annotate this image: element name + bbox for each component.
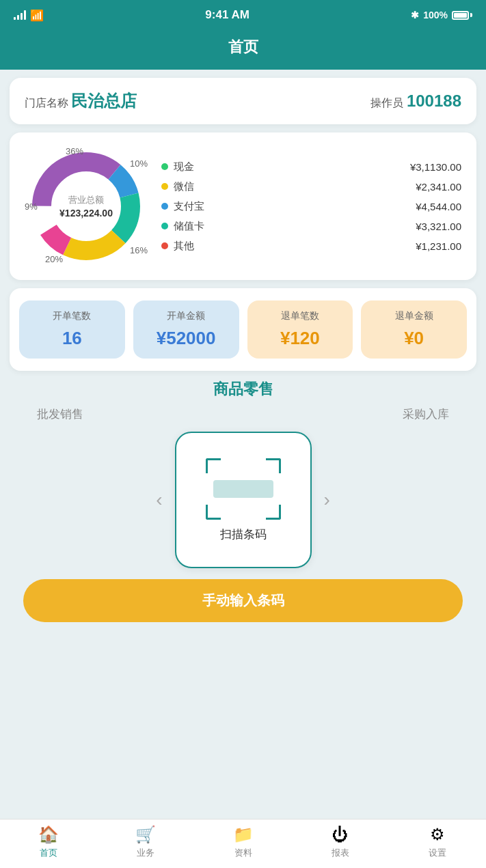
legend-value: ¥4,544.00 — [386, 201, 461, 212]
signal-icon — [14, 10, 26, 20]
legend-name: 现金 — [174, 160, 381, 173]
legend-name: 其他 — [174, 240, 381, 253]
pct-10: 10% — [130, 158, 148, 169]
pct-36: 36% — [66, 146, 83, 156]
store-card: 门店名称 民治总店 操作员 100188 — [10, 78, 476, 124]
operator-value: 100188 — [407, 92, 461, 110]
scanner-label: 扫描条码 — [220, 527, 267, 542]
stat-value: ¥0 — [404, 328, 424, 349]
stat-box: 退单笔数 ¥120 — [247, 300, 353, 359]
legend-dot — [161, 203, 168, 210]
legend-dot — [161, 223, 168, 229]
scanner-box[interactable]: 扫描条码 — [175, 432, 312, 568]
legend-dot — [161, 242, 168, 249]
main-content: 门店名称 民治总店 操作员 100188 — [0, 70, 486, 819]
nav-item-资料[interactable]: 📁 资料 — [194, 825, 291, 861]
legend-item: 支付宝 ¥4,544.00 — [161, 200, 461, 213]
product-section: 商品零售 批发销售 采购入库 ‹ 扫描条码 › 手动输入条码 — [10, 379, 476, 633]
nav-item-首页[interactable]: 🏠 首页 — [0, 825, 97, 861]
stat-label: 退单笔数 — [281, 310, 319, 322]
tab-purchase[interactable]: 采购入库 — [403, 406, 449, 422]
pct-9: 9% — [25, 201, 38, 212]
legend-value: ¥3,1130.00 — [386, 161, 461, 173]
tab-wholesale[interactable]: 批发销售 — [37, 406, 83, 422]
product-tabs: 批发销售 采购入库 — [10, 406, 476, 422]
manual-btn-wrap: 手动输入条码 — [10, 579, 476, 622]
corner-tl — [206, 458, 221, 473]
scanner-icon — [206, 458, 281, 520]
stat-box: 开单笔数 16 — [19, 300, 125, 359]
nav-icon-报表: ⏻ — [332, 825, 349, 844]
sales-card: 营业总额 ¥123,224.00 36% 10% 16% 20% 9% 现金 ¥… — [10, 132, 476, 280]
carousel-left-arrow[interactable]: ‹ — [150, 484, 167, 516]
status-right: ✱ 100% — [411, 10, 472, 20]
legend-value: ¥1,231.00 — [386, 240, 461, 252]
donut-center-value: ¥123,224.00 — [59, 208, 113, 219]
store-label: 门店名称 — [25, 97, 68, 109]
page-header: 首页 — [0, 30, 486, 70]
nav-label-资料: 资料 — [234, 847, 252, 859]
wifi-icon: 📶 — [30, 9, 44, 22]
status-time: 9:41 AM — [205, 8, 249, 22]
legend: 现金 ¥3,1130.00 微信 ¥2,341.00 支付宝 ¥4,544.00… — [161, 160, 461, 253]
product-section-title: 商品零售 — [10, 379, 476, 400]
legend-value: ¥2,341.00 — [386, 181, 461, 193]
corner-tr — [266, 458, 281, 473]
nav-icon-设置: ⚙ — [430, 825, 445, 844]
scanner-carousel: ‹ 扫描条码 › — [10, 432, 476, 568]
stat-value: 16 — [62, 328, 82, 349]
status-bar: 📶 9:41 AM ✱ 100% — [0, 0, 486, 30]
scanner-beam — [213, 480, 273, 498]
stat-label: 开单金额 — [167, 310, 205, 322]
bottom-nav: 🏠 首页 🛒 业务 📁 资料 ⏻ 报表 ⚙ 设置 — [0, 819, 486, 868]
store-name: 民治总店 — [71, 92, 137, 110]
legend-name: 微信 — [174, 180, 381, 193]
nav-icon-资料: 📁 — [233, 825, 254, 844]
page-title: 首页 — [228, 38, 258, 55]
manual-input-button[interactable]: 手动输入条码 — [23, 579, 463, 622]
operator-info: 操作员 100188 — [370, 92, 461, 111]
legend-dot — [161, 163, 168, 170]
stat-box: 开单金额 ¥52000 — [133, 300, 239, 359]
nav-item-报表[interactable]: ⏻ 报表 — [292, 825, 389, 861]
legend-name: 储值卡 — [174, 220, 381, 233]
battery-icon — [452, 11, 472, 20]
nav-label-报表: 报表 — [332, 847, 349, 859]
stat-value: ¥52000 — [157, 328, 216, 349]
legend-item: 储值卡 ¥3,321.00 — [161, 220, 461, 233]
pct-16: 16% — [130, 245, 148, 255]
stats-card: 开单笔数 16 开单金额 ¥52000 退单笔数 ¥120 退单金额 ¥0 — [10, 288, 476, 371]
operator-label: 操作员 — [370, 97, 403, 109]
status-left: 📶 — [14, 9, 44, 22]
carousel-right-arrow[interactable]: › — [319, 484, 336, 516]
stat-label: 退单金额 — [395, 310, 433, 322]
donut-center-label: 营业总额 — [59, 194, 113, 206]
stat-label: 开单笔数 — [53, 310, 91, 322]
nav-item-业务[interactable]: 🛒 业务 — [97, 825, 194, 861]
corner-br — [266, 505, 281, 520]
stat-box: 退单金额 ¥0 — [361, 300, 467, 359]
store-info: 门店名称 民治总店 — [25, 90, 137, 112]
nav-label-设置: 设置 — [429, 847, 446, 859]
legend-value: ¥3,321.00 — [386, 221, 461, 232]
nav-item-设置[interactable]: ⚙ 设置 — [389, 825, 486, 861]
pct-20: 20% — [45, 254, 63, 264]
nav-icon-首页: 🏠 — [38, 825, 59, 844]
donut-center: 营业总额 ¥123,224.00 — [59, 194, 113, 219]
legend-name: 支付宝 — [174, 200, 381, 213]
nav-label-业务: 业务 — [137, 847, 154, 859]
stat-value: ¥120 — [280, 328, 320, 349]
legend-dot — [161, 183, 168, 190]
battery-percent: 100% — [423, 10, 448, 20]
nav-icon-业务: 🛒 — [135, 825, 156, 844]
corner-bl — [206, 505, 221, 520]
donut-chart: 营业总额 ¥123,224.00 36% 10% 16% 20% 9% — [25, 145, 148, 268]
bluetooth-icon: ✱ — [411, 10, 419, 20]
legend-item: 现金 ¥3,1130.00 — [161, 160, 461, 173]
legend-item: 其他 ¥1,231.00 — [161, 240, 461, 253]
legend-item: 微信 ¥2,341.00 — [161, 180, 461, 193]
nav-label-首页: 首页 — [40, 847, 57, 859]
